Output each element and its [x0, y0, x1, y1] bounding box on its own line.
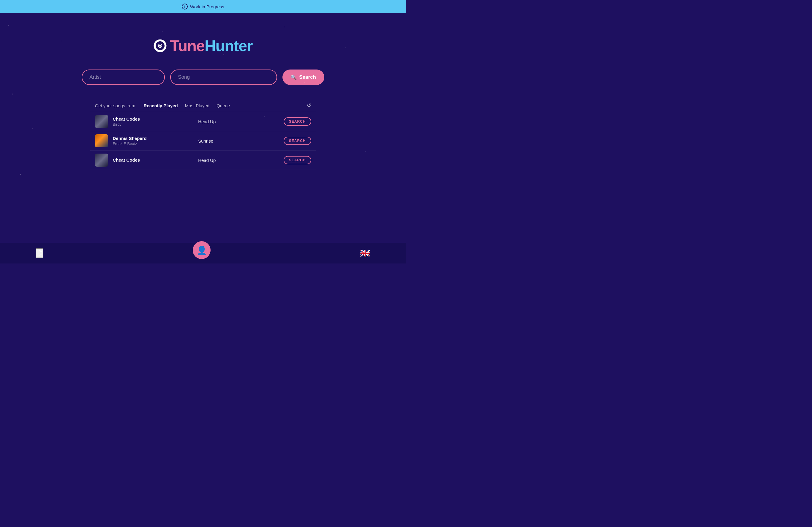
song-artwork-2: [95, 134, 108, 147]
banner-text: Work in Progress: [190, 4, 224, 9]
dark-mode-button[interactable]: ☽: [35, 248, 43, 258]
search-tag-button-2[interactable]: SEARCH: [284, 137, 311, 145]
song-info-1: Cheat Codes Birdy: [113, 116, 194, 127]
song-featuring-2: Freak E Beatz: [113, 141, 194, 146]
user-avatar-button[interactable]: 👤: [193, 241, 211, 259]
vinyl-icon: [154, 39, 166, 52]
tab-most-played[interactable]: Most Played: [185, 102, 210, 109]
table-row: Cheat Codes Birdy Head Up SEARCH: [90, 112, 316, 131]
song-title-3: Head Up: [198, 158, 279, 163]
artist-input[interactable]: [82, 70, 165, 85]
tab-recently-played[interactable]: Recently Played: [144, 102, 178, 109]
info-icon: i: [182, 3, 188, 10]
table-row: Dennis Sheperd Freak E Beatz Sunrise SEA…: [90, 131, 316, 151]
song-artist-2: Dennis Sheperd: [113, 136, 194, 141]
search-icon: 🔍: [291, 74, 297, 80]
song-artwork-1: [95, 115, 108, 128]
table-row: Cheat Codes Head Up SEARCH: [90, 151, 316, 170]
search-tag-button-3[interactable]: SEARCH: [284, 156, 311, 164]
user-icon: 👤: [197, 245, 207, 255]
search-row: 🔍 Search: [82, 70, 324, 85]
logo-area: TuneHunter: [154, 37, 253, 55]
refresh-button[interactable]: ↺: [307, 102, 311, 109]
song-info-2: Dennis Sheperd Freak E Beatz: [113, 136, 194, 146]
logo-tune: Tune: [170, 37, 205, 54]
footer: ☽ 👤 🇬🇧: [0, 243, 406, 264]
song-artist-3: Cheat Codes: [113, 157, 194, 162]
song-title-2: Sunrise: [198, 139, 279, 143]
search-tag-button-1[interactable]: SEARCH: [284, 117, 311, 126]
song-input[interactable]: [170, 70, 277, 85]
logo-hunter: Hunter: [205, 37, 253, 54]
language-flag[interactable]: 🇬🇧: [360, 248, 371, 258]
tab-queue[interactable]: Queue: [217, 102, 230, 109]
song-info-3: Cheat Codes: [113, 157, 194, 163]
main-area: TuneHunter 🔍 Search Get your songs from:…: [0, 13, 406, 243]
song-artwork-3: [95, 154, 108, 167]
info-banner: i Work in Progress: [0, 0, 406, 13]
songs-panel-header: Get your songs from: Recently Played Mos…: [90, 98, 316, 112]
song-artist-1: Cheat Codes: [113, 116, 194, 122]
song-title-1: Head Up: [198, 119, 279, 124]
song-featuring-1: Birdy: [113, 122, 194, 127]
svg-point-3: [159, 45, 161, 47]
search-button[interactable]: 🔍 Search: [282, 70, 324, 85]
logo-text: TuneHunter: [170, 37, 253, 55]
songs-label: Get your songs from:: [95, 103, 136, 108]
songs-panel: Get your songs from: Recently Played Mos…: [90, 98, 316, 170]
